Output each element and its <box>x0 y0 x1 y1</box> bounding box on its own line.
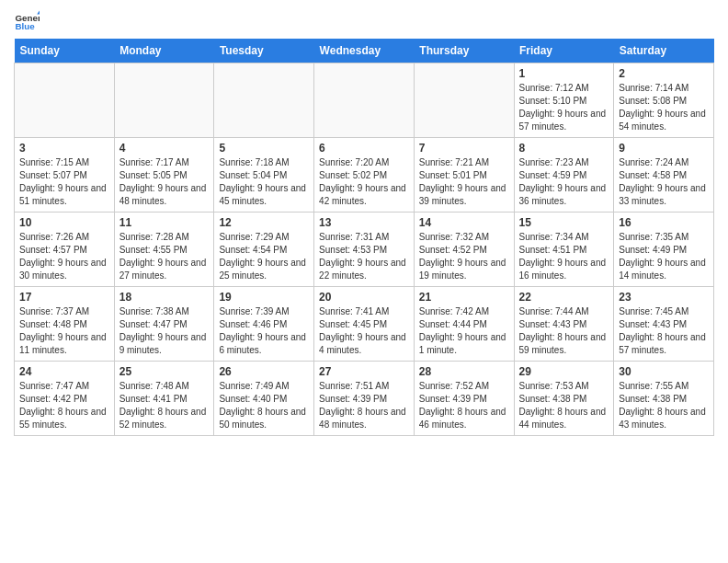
day-info: Sunrise: 7:28 AM Sunset: 4:55 PM Dayligh… <box>119 231 210 282</box>
weekday-header-sunday: Sunday <box>15 39 115 63</box>
calendar-cell <box>15 63 115 138</box>
day-info: Sunrise: 7:35 AM Sunset: 4:49 PM Dayligh… <box>619 231 709 282</box>
weekday-header-monday: Monday <box>114 39 214 63</box>
calendar-cell: 22Sunrise: 7:44 AM Sunset: 4:43 PM Dayli… <box>514 287 614 362</box>
day-number: 3 <box>19 142 109 155</box>
calendar-cell: 8Sunrise: 7:23 AM Sunset: 4:59 PM Daylig… <box>514 138 614 213</box>
calendar-cell: 28Sunrise: 7:52 AM Sunset: 4:39 PM Dayli… <box>414 362 514 436</box>
day-number: 13 <box>319 216 409 229</box>
day-number: 15 <box>519 216 609 229</box>
calendar-week-2: 3Sunrise: 7:15 AM Sunset: 5:07 PM Daylig… <box>15 138 714 213</box>
day-info: Sunrise: 7:24 AM Sunset: 4:58 PM Dayligh… <box>619 156 709 208</box>
calendar-cell: 19Sunrise: 7:39 AM Sunset: 4:46 PM Dayli… <box>214 287 314 362</box>
calendar-cell: 12Sunrise: 7:29 AM Sunset: 4:54 PM Dayli… <box>214 213 314 287</box>
calendar-week-4: 17Sunrise: 7:37 AM Sunset: 4:48 PM Dayli… <box>15 287 714 362</box>
day-info: Sunrise: 7:42 AM Sunset: 4:44 PM Dayligh… <box>419 305 509 357</box>
day-info: Sunrise: 7:55 AM Sunset: 4:38 PM Dayligh… <box>619 380 709 431</box>
weekday-header-friday: Friday <box>514 39 614 63</box>
calendar-cell: 29Sunrise: 7:53 AM Sunset: 4:38 PM Dayli… <box>514 362 614 436</box>
day-info: Sunrise: 7:51 AM Sunset: 4:39 PM Dayligh… <box>319 380 409 431</box>
calendar-week-1: 1Sunrise: 7:12 AM Sunset: 5:10 PM Daylig… <box>15 63 714 138</box>
weekday-header-thursday: Thursday <box>414 39 514 63</box>
weekday-header-wednesday: Wednesday <box>314 39 415 63</box>
day-info: Sunrise: 7:31 AM Sunset: 4:53 PM Dayligh… <box>319 231 409 282</box>
day-number: 9 <box>619 142 709 155</box>
day-number: 16 <box>619 216 709 229</box>
day-number: 10 <box>19 216 109 229</box>
calendar-cell: 6Sunrise: 7:20 AM Sunset: 5:02 PM Daylig… <box>314 138 415 213</box>
calendar-week-5: 24Sunrise: 7:47 AM Sunset: 4:42 PM Dayli… <box>15 362 714 436</box>
calendar-cell: 30Sunrise: 7:55 AM Sunset: 4:38 PM Dayli… <box>614 362 714 436</box>
day-number: 21 <box>419 291 509 304</box>
calendar-cell <box>214 63 314 138</box>
day-number: 27 <box>319 365 409 378</box>
svg-text:Blue: Blue <box>15 21 35 31</box>
day-info: Sunrise: 7:14 AM Sunset: 5:08 PM Dayligh… <box>619 82 709 133</box>
day-number: 5 <box>219 142 309 155</box>
day-number: 19 <box>219 291 309 304</box>
calendar-cell: 15Sunrise: 7:34 AM Sunset: 4:51 PM Dayli… <box>514 213 614 287</box>
day-number: 6 <box>319 142 409 155</box>
calendar-cell: 18Sunrise: 7:38 AM Sunset: 4:47 PM Dayli… <box>114 287 214 362</box>
calendar-cell: 10Sunrise: 7:26 AM Sunset: 4:57 PM Dayli… <box>15 213 115 287</box>
day-info: Sunrise: 7:32 AM Sunset: 4:52 PM Dayligh… <box>419 231 509 282</box>
day-number: 1 <box>519 67 609 80</box>
day-info: Sunrise: 7:20 AM Sunset: 5:02 PM Dayligh… <box>319 156 409 208</box>
calendar-cell <box>114 63 214 138</box>
day-info: Sunrise: 7:53 AM Sunset: 4:38 PM Dayligh… <box>519 380 609 431</box>
calendar-cell: 3Sunrise: 7:15 AM Sunset: 5:07 PM Daylig… <box>15 138 115 213</box>
day-number: 7 <box>419 142 509 155</box>
page-header: General Blue <box>14 9 714 35</box>
calendar-cell: 27Sunrise: 7:51 AM Sunset: 4:39 PM Dayli… <box>314 362 415 436</box>
day-number: 11 <box>119 216 210 229</box>
day-info: Sunrise: 7:39 AM Sunset: 4:46 PM Dayligh… <box>219 305 309 357</box>
day-number: 25 <box>119 365 210 378</box>
day-info: Sunrise: 7:48 AM Sunset: 4:41 PM Dayligh… <box>119 380 210 431</box>
day-info: Sunrise: 7:34 AM Sunset: 4:51 PM Dayligh… <box>519 231 609 282</box>
day-info: Sunrise: 7:38 AM Sunset: 4:47 PM Dayligh… <box>119 305 210 357</box>
calendar-cell: 17Sunrise: 7:37 AM Sunset: 4:48 PM Dayli… <box>15 287 115 362</box>
day-number: 4 <box>119 142 210 155</box>
day-info: Sunrise: 7:26 AM Sunset: 4:57 PM Dayligh… <box>19 231 109 282</box>
day-number: 12 <box>219 216 309 229</box>
day-number: 28 <box>419 365 509 378</box>
day-number: 2 <box>619 67 709 80</box>
calendar-cell: 25Sunrise: 7:48 AM Sunset: 4:41 PM Dayli… <box>114 362 214 436</box>
calendar-cell: 16Sunrise: 7:35 AM Sunset: 4:49 PM Dayli… <box>614 213 714 287</box>
day-info: Sunrise: 7:18 AM Sunset: 5:04 PM Dayligh… <box>219 156 309 208</box>
day-info: Sunrise: 7:47 AM Sunset: 4:42 PM Dayligh… <box>19 380 109 431</box>
calendar-cell: 14Sunrise: 7:32 AM Sunset: 4:52 PM Dayli… <box>414 213 514 287</box>
calendar-cell: 7Sunrise: 7:21 AM Sunset: 5:01 PM Daylig… <box>414 138 514 213</box>
day-number: 23 <box>619 291 709 304</box>
calendar-cell: 1Sunrise: 7:12 AM Sunset: 5:10 PM Daylig… <box>514 63 614 138</box>
calendar-cell: 5Sunrise: 7:18 AM Sunset: 5:04 PM Daylig… <box>214 138 314 213</box>
day-number: 17 <box>19 291 109 304</box>
calendar-table: SundayMondayTuesdayWednesdayThursdayFrid… <box>14 39 714 436</box>
day-number: 22 <box>519 291 609 304</box>
day-info: Sunrise: 7:17 AM Sunset: 5:05 PM Dayligh… <box>119 156 210 208</box>
calendar-cell: 13Sunrise: 7:31 AM Sunset: 4:53 PM Dayli… <box>314 213 415 287</box>
calendar-cell: 20Sunrise: 7:41 AM Sunset: 4:45 PM Dayli… <box>314 287 415 362</box>
calendar-header: SundayMondayTuesdayWednesdayThursdayFrid… <box>15 39 714 63</box>
day-info: Sunrise: 7:21 AM Sunset: 5:01 PM Dayligh… <box>419 156 509 208</box>
day-info: Sunrise: 7:29 AM Sunset: 4:54 PM Dayligh… <box>219 231 309 282</box>
calendar-cell: 4Sunrise: 7:17 AM Sunset: 5:05 PM Daylig… <box>114 138 214 213</box>
calendar-cell <box>314 63 415 138</box>
day-number: 26 <box>219 365 309 378</box>
day-info: Sunrise: 7:49 AM Sunset: 4:40 PM Dayligh… <box>219 380 309 431</box>
day-number: 8 <box>519 142 609 155</box>
logo: General Blue <box>14 9 43 35</box>
day-number: 20 <box>319 291 409 304</box>
calendar-cell: 21Sunrise: 7:42 AM Sunset: 4:44 PM Dayli… <box>414 287 514 362</box>
logo-icon: General Blue <box>14 9 40 35</box>
day-info: Sunrise: 7:12 AM Sunset: 5:10 PM Dayligh… <box>519 82 609 133</box>
calendar-cell: 26Sunrise: 7:49 AM Sunset: 4:40 PM Dayli… <box>214 362 314 436</box>
day-info: Sunrise: 7:37 AM Sunset: 4:48 PM Dayligh… <box>19 305 109 357</box>
calendar-cell: 24Sunrise: 7:47 AM Sunset: 4:42 PM Dayli… <box>15 362 115 436</box>
calendar-week-3: 10Sunrise: 7:26 AM Sunset: 4:57 PM Dayli… <box>15 213 714 287</box>
weekday-header-tuesday: Tuesday <box>214 39 314 63</box>
calendar-cell: 11Sunrise: 7:28 AM Sunset: 4:55 PM Dayli… <box>114 213 214 287</box>
day-info: Sunrise: 7:45 AM Sunset: 4:43 PM Dayligh… <box>619 305 709 357</box>
calendar-cell: 9Sunrise: 7:24 AM Sunset: 4:58 PM Daylig… <box>614 138 714 213</box>
day-number: 18 <box>119 291 210 304</box>
